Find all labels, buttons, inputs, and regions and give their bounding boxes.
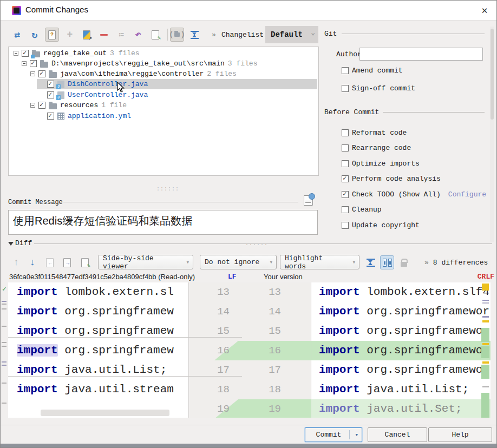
right-stripe-mark xyxy=(482,386,489,387)
help-button[interactable]: Help xyxy=(428,427,492,442)
synchronize-scrolling-icon[interactable] xyxy=(380,255,394,269)
collapse-handle[interactable] xyxy=(30,71,35,76)
left-line-number: 19 xyxy=(211,399,230,418)
commit-message-input[interactable]: 使用Redis缓存短信验证码和菜品数据 xyxy=(8,210,318,235)
tree-checkbox[interactable] xyxy=(22,50,29,57)
toolbar-separator xyxy=(167,29,168,41)
tree-checkbox[interactable] xyxy=(38,70,45,77)
tree-row-project[interactable]: reggie_take_out 3 files xyxy=(9,48,318,58)
diff-overflow-chevron[interactable]: » xyxy=(424,259,429,267)
rearrange-checkbox[interactable] xyxy=(342,144,349,151)
right-stripe-mark xyxy=(482,302,489,304)
reformat-code-option[interactable]: Reformat code xyxy=(342,129,407,137)
diff-splitter-grip[interactable]: ...... xyxy=(245,241,268,247)
refresh-icon[interactable]: ↻ xyxy=(28,28,42,42)
tree-row-usercontroller[interactable]: UserController.java xyxy=(9,90,318,100)
add-icon[interactable]: + xyxy=(63,28,77,42)
left-line-ending-badge[interactable]: LF xyxy=(228,273,237,281)
tree-row-main-dir[interactable]: D:\mavenprojects\reggie_take_out\src\mai… xyxy=(9,58,318,69)
signoff-label: Sign-off commit xyxy=(352,84,415,93)
jump-to-source-icon[interactable]: ✎ xyxy=(78,255,92,269)
collapse-unchanged-icon[interactable] xyxy=(364,255,378,269)
expand-collapse-icon[interactable] xyxy=(187,28,201,42)
tree-checkbox[interactable] xyxy=(47,113,54,120)
compare-icon[interactable]: ⇄ xyxy=(10,28,24,42)
amend-checkbox[interactable] xyxy=(342,67,349,74)
collapse-handle[interactable] xyxy=(14,51,18,56)
configure-link[interactable]: Configure xyxy=(448,190,486,199)
tree-checkbox[interactable] xyxy=(47,81,54,88)
reformat-checkbox[interactable] xyxy=(342,129,349,136)
viewer-mode-dropdown[interactable]: Side-by-side viewer xyxy=(98,255,193,269)
collapse-handle[interactable] xyxy=(30,103,35,108)
left-stripe-mark xyxy=(2,308,6,309)
check-todo-checkbox[interactable] xyxy=(342,191,349,198)
compare-glyph: ⇄ xyxy=(15,29,21,41)
read-only-lock-icon[interactable] xyxy=(397,255,411,269)
splitter-grip[interactable]: :::::: xyxy=(156,186,179,192)
highlight-policy-dropdown[interactable]: Highlight words xyxy=(280,255,359,269)
right-line-ending-badge[interactable]: CRLF xyxy=(478,273,494,281)
check-todo-option[interactable]: Check TODO (Show All) Configure xyxy=(342,190,486,199)
options-scrollbar[interactable] xyxy=(490,27,494,242)
changelist-dropdown[interactable]: Default xyxy=(265,26,318,43)
change-boundary-line xyxy=(8,376,242,377)
amend-commit-option[interactable]: Amend commit xyxy=(342,67,403,75)
commit-button[interactable]: Commit xyxy=(305,427,362,442)
optimize-imports-checkbox[interactable] xyxy=(342,160,349,167)
next-file-icon[interactable]: → xyxy=(60,255,74,269)
optimize-imports-option[interactable]: Optimize imports xyxy=(342,160,420,168)
diff-collapse-triangle-icon[interactable] xyxy=(8,242,14,246)
perform-code-analysis-option[interactable]: Perform code analysis xyxy=(342,175,441,183)
changed-files-tree[interactable]: reggie_take_out 3 files D:\mavenprojects… xyxy=(8,47,319,176)
code-analysis-checkbox[interactable] xyxy=(342,175,349,182)
move-to-changelist-icon[interactable]: ↗ xyxy=(80,28,94,42)
tree-row-dishcontroller[interactable]: DishController.java xyxy=(9,79,318,89)
tree-row-controller-dir[interactable]: java\com\itheima\reggie\controller 2 fil… xyxy=(9,69,318,79)
left-pane-hscrollbar[interactable] xyxy=(41,410,169,416)
tree-row-resources-dir[interactable]: resources 1 file xyxy=(9,100,318,110)
close-icon[interactable]: ✕ xyxy=(478,4,491,17)
cleanup-option[interactable]: Cleanup xyxy=(342,206,382,214)
signoff-commit-option[interactable]: Sign-off commit xyxy=(342,84,415,93)
tree-label: resources xyxy=(60,101,98,109)
collapse-handle[interactable] xyxy=(22,61,27,66)
tree-row-application-yml[interactable]: application.yml xyxy=(9,111,318,121)
update-copyright-checkbox[interactable] xyxy=(342,222,349,229)
rearrange-code-option[interactable]: Rearrange code xyxy=(342,144,411,152)
cleanup-checkbox[interactable] xyxy=(342,206,349,213)
next-difference-icon[interactable]: ↓ xyxy=(25,255,40,269)
tree-suffix: 3 files xyxy=(228,60,258,68)
left-editor-pane[interactable]: import lombok.extern.sl import org.sprin… xyxy=(8,282,189,418)
title-bar: Commit Changes ✕ xyxy=(1,1,496,21)
left-stripe-mark xyxy=(2,346,6,347)
author-input[interactable] xyxy=(359,48,483,61)
option-label: Update copyright xyxy=(352,221,420,229)
rollback-icon[interactable]: ↶ xyxy=(131,28,145,42)
tree-checkbox[interactable] xyxy=(30,60,37,67)
ignore-policy-dropdown[interactable]: Do not ignore xyxy=(200,255,277,269)
shelve-icon[interactable]: ✎ xyxy=(148,28,162,42)
group-by-directory-icon[interactable]: () xyxy=(170,28,184,42)
changelist-details-icon[interactable]: ≔ xyxy=(114,28,128,42)
options-scrollbar-thumb[interactable] xyxy=(491,29,494,120)
commit-message-rule xyxy=(63,202,298,202)
edit-file-glyph: ✎ xyxy=(152,30,159,39)
changelist-folder-icon xyxy=(32,51,40,57)
expand-collapse-glyph xyxy=(191,31,199,39)
plus-glyph: + xyxy=(67,29,73,40)
toolbar-overflow-chevron[interactable]: » xyxy=(212,31,216,39)
option-label: Check TODO (Show All) xyxy=(352,190,441,199)
diff-gutter: 13 14 15 16 17 18 19 13 14 15 16 17 18 1… xyxy=(189,282,311,418)
delete-icon[interactable] xyxy=(97,28,111,42)
previous-difference-icon[interactable]: ↑ xyxy=(9,255,23,269)
signoff-checkbox[interactable] xyxy=(342,85,349,92)
update-copyright-option[interactable]: Update copyright xyxy=(342,221,420,229)
message-history-icon[interactable] xyxy=(304,195,313,206)
tree-checkbox[interactable] xyxy=(38,102,45,109)
cancel-button[interactable]: Cancel xyxy=(368,427,427,442)
show-unversioned-files-icon[interactable]: ? xyxy=(45,28,59,42)
tree-checkbox[interactable] xyxy=(47,91,54,98)
right-editor-pane[interactable]: import lombok.extern.slf4 import org.spr… xyxy=(311,282,491,418)
previous-file-icon[interactable]: ← xyxy=(43,255,57,269)
